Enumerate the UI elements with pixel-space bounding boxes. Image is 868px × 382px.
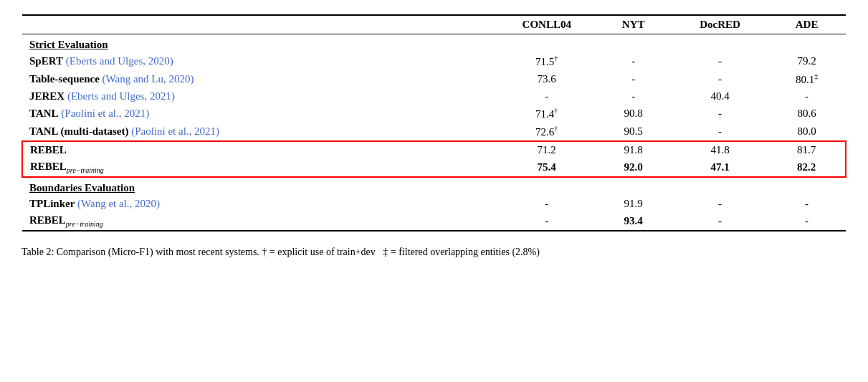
- method-cell: REBEL: [22, 141, 499, 158]
- method-cell: REBELpre−training: [22, 212, 499, 231]
- nyt-cell: -: [594, 52, 672, 70]
- ade-cell: -: [768, 196, 846, 212]
- ade-cell: -: [768, 88, 846, 105]
- table-row: SpERT (Eberts and Ulges, 2020) 71.5† - -…: [22, 52, 846, 70]
- col-ade-header: ADE: [768, 15, 846, 34]
- ade-cell: 80.1‡: [768, 70, 846, 88]
- conll04-cell: -: [499, 212, 594, 231]
- method-cell: Table-sequence (Wang and Lu, 2020): [22, 70, 499, 88]
- ade-cell: 79.2: [768, 52, 846, 70]
- rebel-row: REBEL 71.2 91.8 41.8 81.7: [22, 141, 846, 158]
- comparison-table: CONLL04 NYT DocRED ADE Strict Evaluation…: [22, 14, 846, 231]
- docred-cell: -: [672, 70, 768, 88]
- conll04-cell: 71.2: [499, 141, 594, 158]
- table-header-row: CONLL04 NYT DocRED ADE: [22, 15, 846, 34]
- method-cell: TPLinker (Wang et al., 2020): [22, 196, 499, 212]
- conll04-cell: 75.4: [499, 158, 594, 177]
- col-nyt-header: NYT: [594, 15, 672, 34]
- nyt-cell: 91.8: [594, 141, 672, 158]
- docred-cell: -: [672, 105, 768, 123]
- docred-cell: -: [672, 123, 768, 141]
- method-cell: REBELpre−training: [22, 158, 499, 177]
- docred-cell: -: [672, 196, 768, 212]
- ade-cell: 80.6: [768, 105, 846, 123]
- rebel-pretraining-boundaries-row: REBELpre−training - 93.4 - -: [22, 212, 846, 231]
- nyt-cell: 90.8: [594, 105, 672, 123]
- ade-cell: -: [768, 212, 846, 231]
- method-cell: TANL (Paolini et al., 2021): [22, 105, 499, 123]
- conll04-cell: 72.6†: [499, 123, 594, 141]
- table-row: TANL (multi-dataset) (Paolini et al., 20…: [22, 123, 846, 141]
- nyt-cell: -: [594, 70, 672, 88]
- ade-cell: 80.0: [768, 123, 846, 141]
- col-docred-header: DocRED: [672, 15, 768, 34]
- nyt-cell: 93.4: [594, 212, 672, 231]
- conll04-cell: -: [499, 88, 594, 105]
- docred-cell: -: [672, 212, 768, 231]
- method-cell: JEREX (Eberts and Ulges, 2021): [22, 88, 499, 105]
- method-cell: TANL (multi-dataset) (Paolini et al., 20…: [22, 123, 499, 141]
- table-caption: Table 2: Comparison (Micro-F1) with most…: [22, 244, 846, 259]
- table-row: JEREX (Eberts and Ulges, 2021) - - 40.4 …: [22, 88, 846, 105]
- col-method-header: [22, 15, 499, 34]
- nyt-cell: 91.9: [594, 196, 672, 212]
- table-row: TANL (Paolini et al., 2021) 71.4† 90.8 -…: [22, 105, 846, 123]
- conll04-cell: 71.5†: [499, 52, 594, 70]
- table-container: CONLL04 NYT DocRED ADE Strict Evaluation…: [22, 14, 846, 231]
- nyt-cell: -: [594, 88, 672, 105]
- ade-cell: 81.7: [768, 141, 846, 158]
- docred-cell: -: [672, 52, 768, 70]
- conll04-cell: 71.4†: [499, 105, 594, 123]
- method-cell: SpERT (Eberts and Ulges, 2020): [22, 52, 499, 70]
- boundaries-evaluation-header: Boundaries Evaluation: [22, 177, 846, 196]
- docred-cell: 40.4: [672, 88, 768, 105]
- table-row: TPLinker (Wang et al., 2020) - 91.9 - -: [22, 196, 846, 212]
- strict-evaluation-label: Strict Evaluation: [22, 34, 846, 53]
- nyt-cell: 92.0: [594, 158, 672, 177]
- docred-cell: 47.1: [672, 158, 768, 177]
- docred-cell: 41.8: [672, 141, 768, 158]
- table-row: Table-sequence (Wang and Lu, 2020) 73.6 …: [22, 70, 846, 88]
- conll04-cell: -: [499, 196, 594, 212]
- conll04-cell: 73.6: [499, 70, 594, 88]
- rebel-pretraining-row: REBELpre−training 75.4 92.0 47.1 82.2: [22, 158, 846, 177]
- nyt-cell: 90.5: [594, 123, 672, 141]
- boundaries-evaluation-label: Boundaries Evaluation: [22, 177, 846, 196]
- ade-cell: 82.2: [768, 158, 846, 177]
- col-conll04-header: CONLL04: [499, 15, 594, 34]
- strict-evaluation-header: Strict Evaluation: [22, 34, 846, 53]
